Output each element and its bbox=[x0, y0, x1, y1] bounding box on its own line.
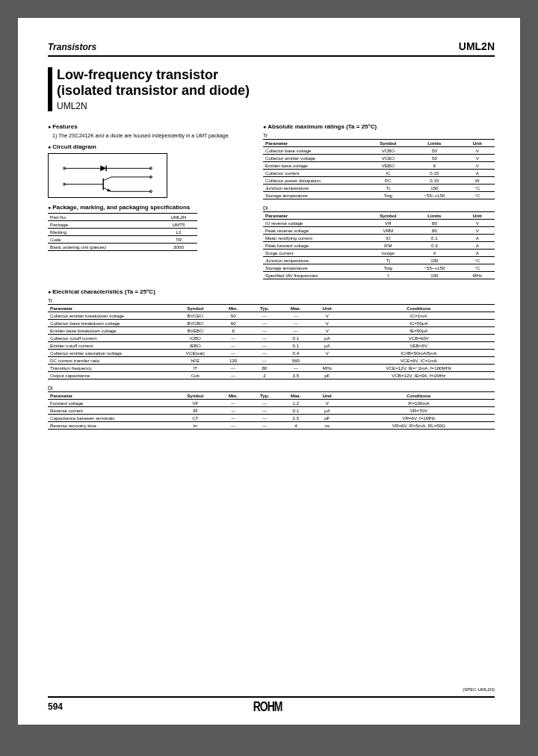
cell: A bbox=[460, 170, 495, 177]
cell: Forward voltage bbox=[48, 400, 173, 407]
cell: Collector power dissipation bbox=[263, 177, 368, 185]
cell: Package bbox=[48, 221, 160, 229]
cell: Marking bbox=[48, 229, 160, 236]
cell: IF=100mA bbox=[343, 400, 495, 407]
col-header: Max. bbox=[280, 305, 312, 312]
cell: — bbox=[280, 320, 312, 327]
cell: VCE=12V, IE=−2mA, f=100MHz bbox=[343, 365, 495, 372]
cell: 0.3 bbox=[409, 242, 460, 250]
cell: Tstg bbox=[368, 192, 409, 199]
title-line2: (isolated transistor and diode) bbox=[57, 83, 250, 99]
col-header: Typ. bbox=[249, 305, 280, 312]
col-header: Limits bbox=[409, 212, 460, 220]
pkg-heading: Package, marking, and packaging specific… bbox=[48, 204, 250, 211]
cell: IC=50µA bbox=[343, 320, 495, 327]
page-header: Transistors UML2N bbox=[48, 40, 495, 57]
cell: Junction temperature bbox=[263, 185, 368, 192]
cell: MHz bbox=[460, 272, 495, 279]
cell: Specified IAV frequencies bbox=[263, 272, 368, 279]
cell: trr bbox=[173, 422, 217, 430]
cell: DC current transfer ratio bbox=[48, 357, 173, 365]
col-header: Unit bbox=[312, 392, 343, 400]
cell: Storage temperature bbox=[263, 192, 368, 199]
elec-di-label: Di bbox=[48, 385, 495, 391]
cell: Basic ordering unit (pieces) bbox=[48, 244, 160, 251]
cell: — bbox=[217, 335, 249, 342]
cell: Storage temperature bbox=[263, 264, 368, 272]
cell: VCBO bbox=[368, 147, 409, 155]
cell: Cob bbox=[173, 372, 217, 379]
cell: 50 bbox=[409, 147, 460, 155]
cell: V bbox=[460, 147, 495, 155]
cell: 2.5 bbox=[280, 415, 312, 422]
cell: L2 bbox=[160, 229, 197, 236]
col-header: Parameter bbox=[263, 212, 368, 220]
svg-line-9 bbox=[103, 177, 111, 181]
cell: — bbox=[217, 422, 249, 430]
cell: VEB=5V bbox=[343, 342, 495, 350]
cell: — bbox=[249, 335, 280, 342]
cell: Surge current bbox=[263, 250, 368, 257]
elec-tr-label: Tr bbox=[48, 298, 495, 303]
cell: — bbox=[249, 415, 280, 422]
cell: Part No. bbox=[48, 214, 160, 221]
abs-heading: Absolute maximum ratings (Ta = 25°C) bbox=[263, 123, 495, 130]
cell: V bbox=[460, 220, 495, 227]
col-header: Symbol bbox=[368, 212, 409, 220]
cell: Reverse current bbox=[48, 407, 173, 415]
title-partnum: UML2N bbox=[57, 101, 250, 111]
cell: — bbox=[249, 357, 280, 365]
col-header: Limits bbox=[409, 140, 460, 147]
cell: Isurge bbox=[368, 250, 409, 257]
cell: Junction temperature bbox=[263, 257, 368, 264]
datasheet-page: Transistors UML2N Low-frequency transist… bbox=[18, 18, 520, 725]
cell: 4 bbox=[409, 250, 460, 257]
cell: — bbox=[280, 365, 312, 372]
cell: VCE=6V, IC=1mA bbox=[343, 357, 495, 365]
cell: UMT5 bbox=[160, 221, 197, 229]
spec-code: (SPEC-UML2N) bbox=[463, 687, 495, 692]
cell: °C bbox=[460, 185, 495, 192]
category-label: Transistors bbox=[48, 42, 96, 52]
cell: pF bbox=[312, 372, 343, 379]
cell: 50 bbox=[217, 312, 249, 320]
features-text: 1) The 2SC2412K and a diode are housed i… bbox=[48, 132, 250, 139]
cell: Peak reverse voltage bbox=[263, 227, 368, 235]
cell: V bbox=[460, 162, 495, 170]
cell: PC bbox=[368, 177, 409, 185]
cell: Emitter-base voltage bbox=[263, 162, 368, 170]
cell: — bbox=[217, 372, 249, 379]
cell: 6 bbox=[217, 327, 249, 335]
cell: 0.4 bbox=[280, 350, 312, 357]
cell: 100 bbox=[409, 272, 460, 279]
cell: — bbox=[217, 365, 249, 372]
cell: CT bbox=[173, 415, 217, 422]
cell: V bbox=[460, 227, 495, 235]
cell: — bbox=[280, 312, 312, 320]
cell: 150 bbox=[409, 257, 460, 264]
cell: VF bbox=[173, 400, 217, 407]
cell: fT bbox=[173, 365, 217, 372]
cell: MHz bbox=[312, 365, 343, 372]
cell: µA bbox=[312, 342, 343, 350]
cell: Collector cutoff current bbox=[48, 335, 173, 342]
cell: — bbox=[280, 327, 312, 335]
cell: µA bbox=[312, 407, 343, 415]
cell: VR=6V, f=1MHz bbox=[343, 415, 495, 422]
abs-di-label: Di bbox=[263, 205, 495, 211]
cell: VCEO bbox=[368, 155, 409, 162]
cell: VR bbox=[368, 220, 409, 227]
cell: — bbox=[249, 350, 280, 357]
col-header: Unit bbox=[460, 212, 495, 220]
cell: Collector-emitter voltage bbox=[263, 155, 368, 162]
cell: — bbox=[249, 342, 280, 350]
col-header: Min. bbox=[217, 392, 249, 400]
cell: Collector-emitter breakdown voltage bbox=[48, 312, 173, 320]
cell: — bbox=[249, 422, 280, 430]
cell: IO reverse voltage bbox=[263, 220, 368, 227]
page-number: 594 bbox=[48, 701, 63, 712]
cell: 80 bbox=[249, 365, 280, 372]
col-header: Parameter bbox=[263, 140, 368, 147]
elec-tr-table: ParameterSymbolMin.Typ.Max.UnitCondition… bbox=[48, 304, 495, 379]
cell: −55~+150 bbox=[409, 192, 460, 199]
